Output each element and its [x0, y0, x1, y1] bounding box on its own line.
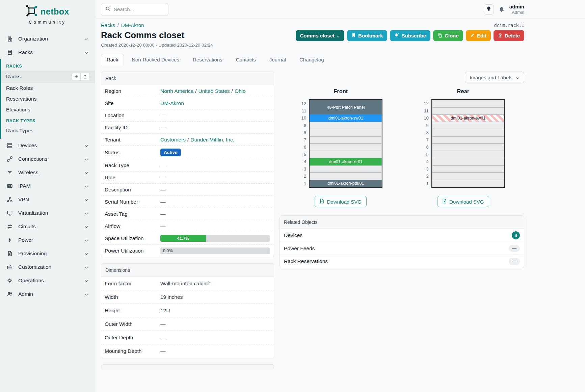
- chevron-down-icon: [85, 237, 88, 243]
- attr-airflow: Airflow —: [101, 220, 274, 232]
- sidebar-item-operations[interactable]: Operations: [0, 274, 95, 287]
- empty-unit[interactable]: [310, 136, 382, 144]
- sidebar-item-organization[interactable]: Organization: [0, 32, 95, 46]
- sidebar-item-power[interactable]: Power: [0, 233, 95, 247]
- brand[interactable]: netbox Community: [0, 0, 95, 27]
- sidebar-item-vpn[interactable]: VPN: [0, 193, 95, 206]
- empty-unit[interactable]: [432, 136, 504, 144]
- global-search[interactable]: [101, 3, 168, 16]
- rack-device-rtr01[interactable]: dmi01-akron-rtr01: [310, 158, 382, 165]
- empty-unit[interactable]: [432, 151, 504, 158]
- tenant-group-link[interactable]: Customers: [160, 137, 186, 143]
- attr-site: Site DM-Akron: [101, 97, 274, 109]
- empty-unit[interactable]: [432, 143, 504, 151]
- sidebar-item-admin[interactable]: Admin: [0, 287, 95, 301]
- chevron-down-icon: [85, 264, 88, 270]
- empty-unit[interactable]: [432, 165, 504, 173]
- rack-types-group-header: RACK TYPES: [1, 115, 95, 125]
- empty-unit[interactable]: [310, 173, 382, 180]
- object-identifier: dcim.rack:1: [494, 23, 524, 28]
- sidebar-item-reservations[interactable]: Reservations: [1, 94, 95, 104]
- sidebar-item-ipam[interactable]: IPAM: [0, 179, 95, 193]
- empty-unit[interactable]: [310, 122, 382, 129]
- empty-unit[interactable]: [432, 180, 504, 187]
- empty-unit[interactable]: [310, 151, 382, 158]
- rack-device-patch-panel[interactable]: 48-Port Patch Panel: [310, 100, 382, 114]
- tab-contacts[interactable]: Contacts: [230, 54, 262, 66]
- empty-unit[interactable]: [432, 129, 504, 136]
- sidebar-item-circuits[interactable]: Circuits: [0, 220, 95, 233]
- attr-outer-width: Outer Width —: [101, 317, 274, 331]
- empty-unit[interactable]: [432, 158, 504, 165]
- region-link[interactable]: North America: [160, 88, 193, 94]
- empty-unit[interactable]: [432, 122, 504, 129]
- tab-rack[interactable]: Rack: [101, 54, 124, 66]
- tab-non-racked-devices[interactable]: Non-Racked Devices: [126, 54, 185, 66]
- lightbulb-icon: [486, 6, 491, 13]
- empty-unit[interactable]: [432, 173, 504, 180]
- chevron-down-icon: [337, 33, 340, 38]
- sidebar-item-connections[interactable]: Connections: [0, 152, 95, 166]
- empty-unit[interactable]: [310, 129, 382, 136]
- add-rack-button[interactable]: [72, 73, 81, 80]
- racks-submenu: RACKS Racks Rack Roles Reservations: [0, 59, 95, 139]
- empty-unit[interactable]: [310, 165, 382, 173]
- rack-device-sw01-rear[interactable]: dmi01-akron-sw01: [432, 114, 504, 122]
- circuits-icon: [7, 224, 13, 230]
- ipam-icon: [7, 183, 13, 189]
- site-link[interactable]: DM-Akron: [160, 100, 184, 106]
- rack-panel-title: Rack: [101, 72, 274, 85]
- sidebar-item-provisioning[interactable]: Provisioning: [0, 247, 95, 260]
- notifications-bell-icon[interactable]: [499, 6, 505, 12]
- tab-changelog[interactable]: Changelog: [294, 54, 330, 66]
- search-input[interactable]: [114, 6, 161, 12]
- breadcrumb-site-link[interactable]: DM-Akron: [121, 22, 144, 28]
- dimensions-panel-title: Dimensions: [101, 264, 274, 277]
- context-dropdown-button[interactable]: Comms closet: [296, 30, 345, 41]
- region-link[interactable]: Ohio: [235, 88, 246, 94]
- sidebar-item-customization[interactable]: Customization: [0, 260, 95, 274]
- sidebar-item-virtualization[interactable]: Virtualization: [0, 206, 95, 220]
- user-menu[interactable]: admin Admin: [509, 4, 524, 15]
- sidebar-item-wireless[interactable]: Wireless: [0, 166, 95, 179]
- edit-button[interactable]: Edit: [466, 30, 491, 41]
- sidebar-item-elevations[interactable]: Elevations: [1, 104, 95, 115]
- page-title: Rack Comms closet: [101, 30, 213, 41]
- subscribe-button[interactable]: Subscribe: [390, 30, 430, 41]
- sidebar-item-racks-list[interactable]: Racks: [1, 71, 95, 83]
- front-label: Front: [334, 88, 348, 95]
- breadcrumb-racks-link[interactable]: Racks: [101, 22, 115, 28]
- sidebar-item-devices[interactable]: Devices: [0, 139, 95, 152]
- import-rack-button[interactable]: [81, 73, 90, 80]
- theme-toggle-button[interactable]: [484, 4, 494, 15]
- related-devices-row[interactable]: Devices 4: [280, 229, 524, 242]
- sidebar-item-racks[interactable]: Racks: [0, 46, 95, 59]
- attr-asset-tag: Asset Tag —: [101, 208, 274, 220]
- tab-reservations[interactable]: Reservations: [187, 54, 228, 66]
- front-download-svg-button[interactable]: Download SVG: [315, 196, 367, 207]
- empty-unit[interactable]: [310, 143, 382, 151]
- sidebar-item-rack-roles[interactable]: Rack Roles: [1, 83, 95, 94]
- region-link[interactable]: United States: [198, 88, 230, 94]
- tab-journal[interactable]: Journal: [264, 54, 292, 66]
- file-download-icon: [320, 199, 324, 205]
- brand-subtitle: Community: [0, 20, 95, 25]
- topbar: admin Admin: [95, 0, 585, 19]
- tenant-link[interactable]: Dunder-Mifflin, Inc.: [190, 137, 234, 143]
- empty-unit[interactable]: [432, 100, 504, 107]
- rack-device-sw01[interactable]: dmi01-akron-sw01: [310, 114, 382, 122]
- rear-unit-numbers: 1211 109 87 65 43 21: [421, 99, 431, 188]
- rear-download-svg-button[interactable]: Download SVG: [437, 196, 489, 207]
- rack-elevations: Front 1211 109 87 65 43 21 48-: [280, 88, 524, 207]
- wireless-icon: [7, 169, 13, 176]
- elevation-view-dropdown[interactable]: Images and Labels: [465, 72, 524, 83]
- related-power-feeds-row[interactable]: Power Feeds —: [280, 242, 524, 255]
- chevron-down-icon: [85, 278, 88, 284]
- bookmark-button[interactable]: Bookmark: [347, 30, 387, 41]
- rack-device-pdu01[interactable]: dmi01-akron-pdu01: [310, 180, 382, 187]
- related-rack-reservations-row[interactable]: Rack Reservations —: [280, 255, 524, 268]
- clone-button[interactable]: Clone: [433, 30, 463, 41]
- sidebar-item-rack-types[interactable]: Rack Types: [1, 125, 95, 136]
- delete-button[interactable]: Delete: [494, 30, 524, 41]
- empty-unit[interactable]: [432, 107, 504, 115]
